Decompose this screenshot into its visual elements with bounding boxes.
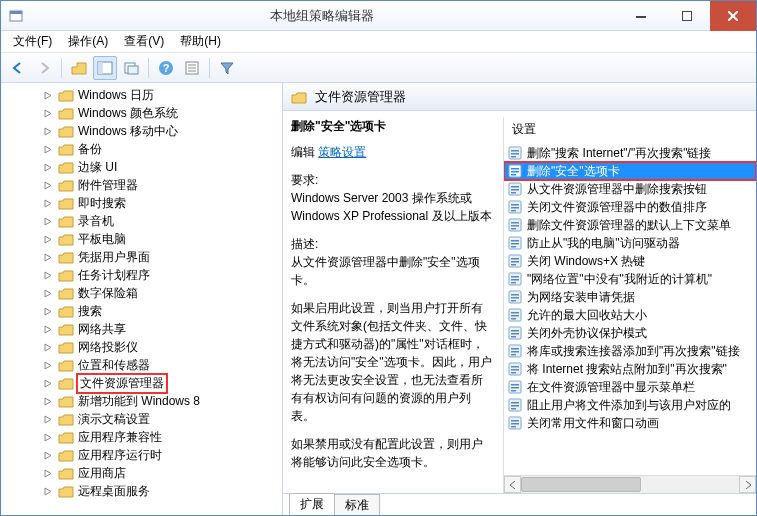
- expand-icon[interactable]: [43, 486, 54, 497]
- menu-action[interactable]: 操作(A): [60, 31, 116, 52]
- expand-icon[interactable]: [43, 144, 54, 155]
- setting-item[interactable]: "网络位置"中没有"我附近的计算机": [504, 270, 756, 288]
- expand-icon[interactable]: [43, 432, 54, 443]
- folder-icon: [58, 88, 74, 102]
- minimize-button[interactable]: [618, 1, 664, 31]
- properties-button[interactable]: [180, 56, 204, 80]
- scroll-left-button[interactable]: [504, 476, 521, 493]
- setting-item[interactable]: 防止从"我的电脑"访问驱动器: [504, 234, 756, 252]
- setting-item[interactable]: 为网络安装申请凭据: [504, 288, 756, 306]
- setting-item-label: 将库或搜索连接器添加到"再次搜索"链接: [527, 343, 740, 360]
- export-button[interactable]: [119, 56, 143, 80]
- setting-item[interactable]: 阻止用户将文件添加到与该用户对应的: [504, 396, 756, 414]
- tree-item[interactable]: 录音机: [3, 212, 282, 230]
- settings-column-header[interactable]: 设置: [504, 117, 756, 144]
- scroll-right-button[interactable]: [739, 476, 756, 493]
- setting-item[interactable]: 删除"搜索 Internet"/"再次搜索"链接: [504, 144, 756, 162]
- expand-icon[interactable]: [43, 450, 54, 461]
- expand-icon[interactable]: [43, 324, 54, 335]
- tree-item[interactable]: 文件资源管理器: [3, 374, 282, 392]
- settings-list[interactable]: 删除"搜索 Internet"/"再次搜索"链接删除"安全"选项卡从文件资源管理…: [504, 144, 756, 475]
- horizontal-scrollbar[interactable]: [504, 475, 756, 493]
- window-title: 本地组策略编辑器: [25, 7, 618, 25]
- back-button[interactable]: [6, 56, 30, 80]
- tab-extended[interactable]: 扩展: [289, 493, 335, 515]
- tree-item[interactable]: 平板电脑: [3, 230, 282, 248]
- forward-button[interactable]: [32, 56, 56, 80]
- edit-policy-link[interactable]: 策略设置: [318, 145, 366, 159]
- expand-icon[interactable]: [43, 342, 54, 353]
- setting-item[interactable]: 将 Internet 搜索站点附加到"再次搜索": [504, 360, 756, 378]
- expand-icon[interactable]: [43, 306, 54, 317]
- setting-item[interactable]: 在文件资源管理器中显示菜单栏: [504, 378, 756, 396]
- expand-icon[interactable]: [43, 414, 54, 425]
- setting-item[interactable]: 关闭常用文件和窗口动画: [504, 414, 756, 432]
- menu-help[interactable]: 帮助(H): [172, 31, 229, 52]
- tree-item[interactable]: 边缘 UI: [3, 158, 282, 176]
- expand-icon[interactable]: [43, 252, 54, 263]
- tree-item[interactable]: 任务计划程序: [3, 266, 282, 284]
- expand-icon[interactable]: [43, 180, 54, 191]
- expand-icon[interactable]: [43, 216, 54, 227]
- maximize-button[interactable]: [664, 1, 710, 31]
- tree-item[interactable]: 凭据用户界面: [3, 248, 282, 266]
- setting-item[interactable]: 关闭 Windows+X 热键: [504, 252, 756, 270]
- expand-icon[interactable]: [43, 468, 54, 479]
- expand-icon[interactable]: [43, 162, 54, 173]
- tree-item[interactable]: Windows 日历: [3, 86, 282, 104]
- close-button[interactable]: [710, 1, 756, 31]
- expand-icon[interactable]: [43, 288, 54, 299]
- folder-icon: [58, 250, 74, 264]
- tree-item[interactable]: Windows 颜色系统: [3, 104, 282, 122]
- scroll-thumb[interactable]: [521, 477, 641, 492]
- setting-item[interactable]: 删除文件资源管理器的默认上下文菜单: [504, 216, 756, 234]
- tree-item-label: 即时搜索: [78, 195, 126, 212]
- tree-item[interactable]: 位置和传感器: [3, 356, 282, 374]
- help-button[interactable]: ?: [154, 56, 178, 80]
- setting-item[interactable]: 删除"安全"选项卡: [504, 162, 756, 180]
- tree-item[interactable]: Windows 移动中心: [3, 122, 282, 140]
- tree-item[interactable]: 网络共享: [3, 320, 282, 338]
- expand-icon[interactable]: [43, 270, 54, 281]
- expand-icon[interactable]: [43, 126, 54, 137]
- tree-item[interactable]: 数字保险箱: [3, 284, 282, 302]
- setting-item[interactable]: 将库或搜索连接器添加到"再次搜索"链接: [504, 342, 756, 360]
- expand-icon[interactable]: [43, 378, 54, 389]
- filter-button[interactable]: [215, 56, 239, 80]
- svg-rect-43: [511, 264, 516, 266]
- tree-item[interactable]: 搜索: [3, 302, 282, 320]
- tab-standard[interactable]: 标准: [334, 494, 380, 515]
- setting-item-label: 为网络安装申请凭据: [527, 289, 635, 306]
- tree-pane[interactable]: Windows 日历Windows 颜色系统Windows 移动中心备份边缘 U…: [1, 83, 283, 515]
- tree-item[interactable]: 演示文稿设置: [3, 410, 282, 428]
- tree-item[interactable]: 远程桌面服务: [3, 482, 282, 500]
- tree-item[interactable]: 应用程序运行时: [3, 446, 282, 464]
- settings-pane: 设置 删除"搜索 Internet"/"再次搜索"链接删除"安全"选项卡从文件资…: [503, 117, 756, 493]
- menu-view[interactable]: 查看(V): [116, 31, 172, 52]
- svg-rect-33: [511, 222, 519, 224]
- expand-icon[interactable]: [43, 234, 54, 245]
- tree-item[interactable]: 附件管理器: [3, 176, 282, 194]
- setting-item[interactable]: 从文件资源管理器中删除搜索按钮: [504, 180, 756, 198]
- expand-icon[interactable]: [43, 198, 54, 209]
- tree-item[interactable]: 新增功能到 Windows 8: [3, 392, 282, 410]
- tree-item[interactable]: 网络投影仪: [3, 338, 282, 356]
- tree-item[interactable]: 即时搜索: [3, 194, 282, 212]
- tree-item[interactable]: 备份: [3, 140, 282, 158]
- expand-icon[interactable]: [43, 90, 54, 101]
- show-tree-button[interactable]: [93, 56, 117, 80]
- setting-item-label: 关闭外壳协议保护模式: [527, 325, 647, 342]
- setting-item[interactable]: 关闭文件资源管理器中的数值排序: [504, 198, 756, 216]
- svg-rect-49: [511, 294, 519, 296]
- setting-item[interactable]: 关闭外壳协议保护模式: [504, 324, 756, 342]
- setting-item[interactable]: 允许的最大回收站大小: [504, 306, 756, 324]
- up-button[interactable]: [67, 56, 91, 80]
- tree-item[interactable]: 应用商店: [3, 464, 282, 482]
- expand-icon[interactable]: [43, 108, 54, 119]
- expand-icon[interactable]: [43, 360, 54, 371]
- folder-icon: [58, 322, 74, 336]
- expand-icon[interactable]: [43, 396, 54, 407]
- menu-file[interactable]: 文件(F): [5, 31, 60, 52]
- tree-item[interactable]: 应用程序兼容性: [3, 428, 282, 446]
- svg-rect-2: [636, 16, 646, 18]
